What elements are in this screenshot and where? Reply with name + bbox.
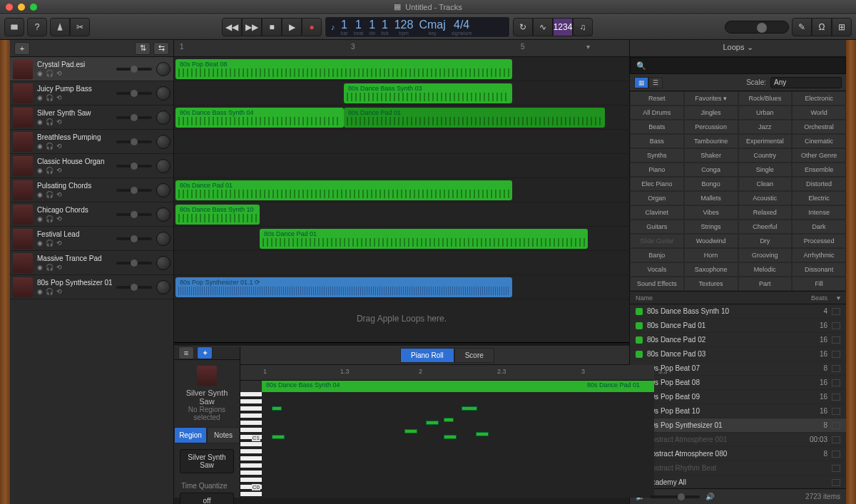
category-button[interactable]: Reset (630, 91, 684, 106)
loop-item[interactable]: 80s Dance Pad 0216 (630, 333, 846, 347)
category-button[interactable]: Arrhythmic (792, 248, 846, 262)
favorite-checkbox[interactable] (832, 436, 840, 443)
category-button[interactable]: Cinematic (792, 134, 846, 148)
mute-icon[interactable]: ◉ (37, 215, 43, 222)
track-pan[interactable] (156, 159, 170, 173)
category-button[interactable]: Processed (792, 234, 846, 248)
category-button[interactable]: Bongo (684, 177, 738, 191)
category-button[interactable]: Strings (684, 220, 738, 234)
favorite-checkbox[interactable] (832, 322, 840, 329)
category-button[interactable]: Country (738, 148, 793, 163)
mute-icon[interactable]: ◉ (37, 118, 43, 125)
favorite-checkbox[interactable] (832, 479, 840, 486)
category-button[interactable]: Bass (630, 134, 684, 148)
track-volume[interactable] (116, 237, 152, 240)
editor-menu-button[interactable]: ≡ (178, 346, 194, 359)
loop-browser-button[interactable]: Ω (812, 18, 832, 36)
mute-icon[interactable]: ◉ (37, 94, 43, 101)
solo-icon[interactable]: 🎧 (46, 94, 54, 101)
track-pan[interactable] (156, 232, 170, 246)
scale-select[interactable]: Any (770, 77, 842, 88)
loop-item[interactable]: 80s Dance Pad 0316 (630, 347, 846, 361)
category-button[interactable]: Tambourine (684, 134, 738, 148)
track-volume[interactable] (116, 140, 152, 143)
region[interactable]: 80s Dance Bass Synth 10 (175, 205, 260, 225)
category-button[interactable]: Organ (630, 191, 684, 205)
tuner-button[interactable]: ∿ (533, 18, 553, 36)
category-button[interactable]: Orchestral (792, 120, 846, 134)
minimize-window[interactable] (18, 4, 25, 11)
favorite-checkbox[interactable] (832, 308, 840, 315)
loop-item[interactable]: 80s Pop Beat 1016 (630, 404, 846, 418)
track-row[interactable]: Massive Trance Pad◉🎧⟲ (10, 251, 173, 275)
lock-icon[interactable]: ⟲ (56, 167, 62, 174)
editor-region-bar[interactable]: 80s Dance Bass Synth 04 (262, 381, 583, 392)
track-pan[interactable] (156, 110, 170, 125)
category-button[interactable]: Distorted (792, 177, 846, 191)
piano-roll-grid[interactable] (262, 392, 654, 498)
category-button[interactable]: Other Genre (792, 148, 846, 163)
zoom-window[interactable] (30, 4, 37, 11)
library-button[interactable] (4, 18, 24, 36)
loops-search[interactable]: 🔍 (630, 57, 846, 74)
track-row[interactable]: Juicy Pump Bass◉🎧⟲ (10, 81, 173, 106)
track-volume[interactable] (116, 68, 152, 71)
notepad-button[interactable]: ✎ (792, 18, 812, 36)
category-button[interactable]: Intense (792, 205, 846, 220)
mute-icon[interactable]: ◉ (37, 240, 43, 247)
solo-icon[interactable]: 🎧 (46, 191, 54, 198)
stop-button[interactable]: ■ (262, 18, 282, 36)
mute-icon[interactable]: ◉ (37, 288, 43, 295)
rewind-button[interactable]: ◀◀ (222, 18, 242, 36)
category-button[interactable]: Textures (684, 277, 738, 291)
loop-item[interactable]: Academy All (630, 475, 846, 488)
track-pan[interactable] (156, 86, 170, 101)
col-beats[interactable]: Beats (811, 294, 827, 302)
loop-item[interactable]: 80s Dance Pad 0116 (630, 319, 846, 333)
loop-item[interactable]: 80s Pop Beat 0816 (630, 376, 846, 390)
editor-tool-button[interactable]: ✦ (197, 346, 213, 359)
category-button[interactable]: Clavinet (630, 205, 684, 220)
master-volume-slider[interactable] (725, 21, 789, 34)
track-volume[interactable] (116, 286, 152, 289)
track-view-option-a[interactable]: ⇅ (135, 42, 151, 55)
favorite-checkbox[interactable] (832, 336, 840, 344)
category-button[interactable]: Jazz (738, 120, 793, 134)
forward-button[interactable]: ▶▶ (242, 18, 262, 36)
solo-icon[interactable]: 🎧 (46, 70, 54, 77)
category-button[interactable]: Synths (630, 148, 684, 163)
category-button[interactable]: Slide Guitar (630, 234, 684, 248)
lock-icon[interactable]: ⟲ (56, 143, 62, 150)
lock-icon[interactable]: ⟲ (56, 191, 62, 198)
lock-icon[interactable]: ⟲ (56, 94, 62, 101)
track-row[interactable]: Chicago Chords◉🎧⟲ (10, 202, 173, 227)
track-volume[interactable] (116, 116, 152, 119)
track-row[interactable]: Crystal Pad.esi◉🎧⟲ (10, 57, 173, 81)
metronome-button[interactable] (50, 18, 70, 36)
category-button[interactable]: Sound Effects (630, 277, 684, 291)
loop-item[interactable]: Abstract Atmosphere 0808 (630, 447, 846, 461)
category-button[interactable]: Cheerful (738, 220, 793, 234)
loops-search-input[interactable] (651, 62, 840, 70)
play-button[interactable]: ▶ (282, 18, 302, 36)
category-button[interactable]: Beats (630, 120, 684, 134)
timeline-ruler[interactable]: 1 3 5 ▾ (174, 40, 629, 57)
favorite-checkbox[interactable] (832, 408, 840, 415)
category-button[interactable]: Melodic (738, 262, 793, 277)
solo-icon[interactable]: 🎧 (46, 118, 54, 125)
track-row[interactable]: Breathless Pumping◉🎧⟲ (10, 130, 173, 154)
category-button[interactable]: Woodwind (684, 234, 738, 248)
editor-ruler[interactable]: 1 1.3 2 2.3 3 3.3 (240, 365, 654, 381)
favorite-checkbox[interactable] (832, 451, 840, 458)
track-row[interactable]: 80s Pop Synthesizer 01◉🎧⟲ (10, 275, 173, 299)
region[interactable]: 80s Pop Beat 08 (175, 59, 512, 79)
col-name[interactable]: Name (636, 294, 811, 302)
tab-region[interactable]: Region (174, 427, 207, 443)
track-volume[interactable] (116, 165, 152, 168)
close-window[interactable] (6, 4, 13, 11)
editor-region-bar-b[interactable]: 80s Dance Pad 01 (583, 381, 654, 392)
lcd-display[interactable]: ♪ 1bar 1beat 1div 1tick 128bpm Cmajkey 4… (325, 16, 510, 38)
solo-icon[interactable]: 🎧 (46, 215, 54, 222)
track-pan[interactable] (156, 183, 170, 197)
favorite-checkbox[interactable] (832, 394, 840, 401)
